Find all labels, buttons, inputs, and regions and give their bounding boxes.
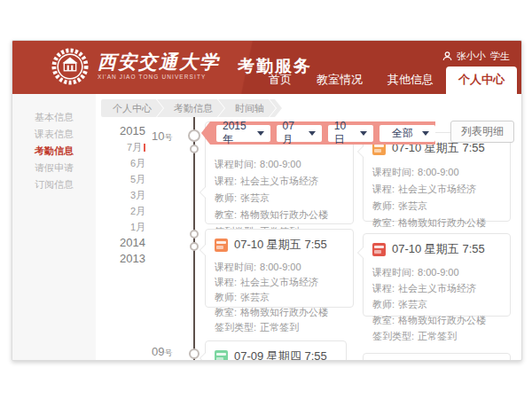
chevron-down-icon bbox=[422, 131, 429, 136]
sidebar-item-basic-info[interactable]: 基本信息 bbox=[12, 109, 96, 126]
person-icon bbox=[442, 51, 452, 61]
scale-month-may[interactable]: 5月 bbox=[99, 171, 145, 187]
month-dropdown[interactable]: 07月 bbox=[277, 125, 322, 142]
attendance-card-cutoff bbox=[363, 353, 511, 361]
timeline-node-day10 bbox=[188, 129, 200, 142]
card-title: 07-10 星期五 7:55 bbox=[392, 241, 485, 257]
attendance-type-icon bbox=[215, 239, 228, 252]
sidebar: 基本信息 课表信息 考勤信息 请假申请 订阅信息 bbox=[12, 94, 96, 360]
breadcrumb-personal-center[interactable]: 个人中心 bbox=[101, 99, 163, 117]
nav-personal-center[interactable]: 个人中心 bbox=[446, 66, 517, 94]
timeline-axis bbox=[193, 117, 195, 360]
sidebar-item-leave-request[interactable]: 请假申请 bbox=[12, 160, 96, 176]
chevron-down-icon bbox=[257, 131, 264, 136]
filter-ribbon: 2015年 07月 10日 全部 bbox=[201, 121, 435, 145]
scale-year-2013[interactable]: 2013 bbox=[99, 251, 145, 267]
user-role: 学生 bbox=[490, 50, 510, 63]
year-dropdown[interactable]: 2015年 bbox=[216, 125, 270, 142]
scale-month-mar[interactable]: 3月 bbox=[99, 187, 145, 203]
nav-other-info[interactable]: 其他信息 bbox=[375, 66, 446, 94]
university-name-en: XI'AN JIAO TONG UNIVERSITY bbox=[98, 74, 220, 81]
university-logo bbox=[51, 48, 89, 85]
top-banner: 西安交通大学 XI'AN JIAO TONG UNIVERSITY 考勤服务 张… bbox=[12, 41, 521, 94]
scale-month-jan[interactable]: 1月 bbox=[99, 219, 145, 235]
scale-month-feb[interactable]: 2月 bbox=[99, 203, 145, 219]
timeline-node bbox=[190, 145, 199, 153]
scale-year-2015[interactable]: 2015 bbox=[99, 123, 145, 139]
timeline-node bbox=[190, 242, 199, 251]
scale-year-2014[interactable]: 2014 bbox=[99, 235, 145, 251]
selected-month-tick bbox=[144, 144, 145, 152]
user-name: 张小小 bbox=[457, 50, 486, 63]
card-title: 07-09 星期四 7:55 bbox=[234, 348, 327, 361]
scale-month-jul[interactable]: 7月 bbox=[99, 139, 145, 155]
breadcrumb: 个人中心 考勤信息 时间轴 bbox=[101, 99, 282, 117]
app-window: 西安交通大学 XI'AN JIAO TONG UNIVERSITY 考勤服务 张… bbox=[12, 40, 522, 361]
nav-classrooms[interactable]: 教室情况 bbox=[304, 66, 375, 94]
timeline-scale: 2015 7月 6月 5月 3月 2月 1月 2014 2013 bbox=[99, 123, 145, 267]
card-title: 07-10 星期五 7:55 bbox=[234, 237, 327, 253]
day-label-10: 10号 bbox=[152, 129, 172, 144]
attendance-type-icon bbox=[215, 350, 228, 362]
chevron-down-icon bbox=[309, 131, 316, 136]
main-nav: 首页 教室情况 其他信息 个人中心 bbox=[256, 66, 517, 94]
day-dropdown[interactable]: 10日 bbox=[328, 125, 373, 142]
breadcrumb-timeline[interactable]: 时间轴 bbox=[218, 99, 276, 117]
timeline-node-day09 bbox=[189, 348, 200, 359]
attendance-card: 07-10 星期五 7:55 课程时间:8:00-9:00 课程:社会主义市场经… bbox=[205, 229, 354, 308]
sidebar-item-schedule-info[interactable]: 课表信息 bbox=[12, 126, 96, 143]
attendance-card: 07-10 星期五 7:55 课程时间:8:00-9:00 课程:社会主义市场经… bbox=[363, 132, 511, 222]
attendance-card: 07-10 星期五 7:55 课程时间:8:00-9:00 课程:社会主义市场经… bbox=[363, 233, 511, 317]
university-name-cn: 西安交通大学 bbox=[98, 52, 220, 71]
attendance-type-icon bbox=[372, 243, 386, 256]
chevron-down-icon bbox=[360, 131, 367, 136]
type-dropdown[interactable]: 全部 bbox=[379, 125, 435, 142]
sidebar-item-subscription-info[interactable]: 订阅信息 bbox=[12, 176, 96, 193]
breadcrumb-attendance-info[interactable]: 考勤信息 bbox=[157, 99, 224, 117]
day-label-09: 09号 bbox=[152, 345, 172, 359]
sidebar-item-attendance-info[interactable]: 考勤信息 bbox=[12, 143, 96, 160]
user-info[interactable]: 张小小 学生 bbox=[442, 50, 510, 63]
scale-month-jun[interactable]: 6月 bbox=[99, 155, 145, 171]
list-detail-button[interactable]: 列表明细 bbox=[450, 121, 514, 143]
timeline-node bbox=[190, 230, 199, 239]
nav-home[interactable]: 首页 bbox=[256, 66, 304, 94]
attendance-card: 07-09 星期四 7:55 bbox=[205, 340, 347, 361]
